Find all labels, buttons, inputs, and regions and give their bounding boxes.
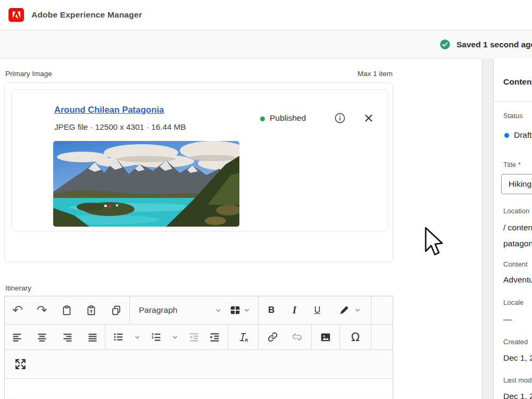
unlink-icon[interactable] [292,331,303,343]
max-items-label: Max 1 item [358,70,393,78]
status-field-label: Status [503,112,523,120]
check-circle-icon [439,39,451,50]
underline-button[interactable]: U [314,305,321,315]
published-status-dot [260,117,265,121]
list-indent-group [105,325,228,350]
paste-icon[interactable] [61,305,72,316]
asset-title-link[interactable]: Around Chilean Patagonia [54,105,164,115]
title-field-label: Title * [503,161,521,169]
panel-divider [494,101,532,102]
chevron-down-icon[interactable] [354,306,361,314]
paragraph-table-group: Paragraph [130,296,259,324]
align-group [5,325,105,350]
clear-format-group [228,325,259,350]
link-icon[interactable] [267,331,278,343]
numbered-list-icon[interactable] [151,331,162,343]
fullscreen-icon[interactable] [14,358,27,371]
tab-content[interactable]: Content [503,77,532,87]
created-field-value: Dec 1, 2 [503,353,532,363]
table-icon[interactable] [229,304,241,316]
history-clipboard-group: ↶ ↷ [5,296,130,324]
paragraph-dropdown[interactable]: Paragraph [139,305,177,315]
italic-button[interactable]: I [293,305,296,316]
outdent-icon[interactable] [188,331,200,343]
chevron-down-icon[interactable] [134,334,141,341]
save-status-text: Saved 1 second ago [456,40,532,49]
title-input[interactable] [501,174,532,194]
required-marker: * [518,161,521,169]
chevron-down-icon[interactable] [171,334,179,341]
location-field-label: Location [503,207,529,215]
clear-formatting-icon[interactable] [237,331,249,343]
indent-icon[interactable] [209,331,220,343]
toolbar-row-2: Ω [5,325,393,350]
primary-image-card: Around Chilean Patagonia JPEG file · 125… [4,82,393,262]
asset-meta: JPEG file · 12500 x 4301 · 16.44 MB [54,122,186,131]
toolbar-spacer [371,325,393,350]
link-group [259,325,312,350]
primary-image-heading: Primary Image [5,70,52,78]
locale-field-label: Locale [503,298,523,306]
location-value-line2: patagonia [503,239,532,248]
paste-as-text-icon[interactable] [86,305,97,316]
image-group [312,325,340,350]
asset-item: Around Chilean Patagonia JPEG file · 125… [11,89,388,231]
created-field-label: Created [503,338,528,346]
rich-text-editor: ↶ ↷ [4,296,393,399]
align-center-icon[interactable] [37,332,47,343]
action-bar: Saved 1 second ago [0,30,532,59]
redo-icon[interactable]: ↷ [37,304,47,317]
chevron-down-icon[interactable] [214,306,222,314]
undo-icon[interactable]: ↶ [12,304,23,317]
bold-button[interactable]: B [268,305,275,315]
image-icon[interactable] [320,331,331,343]
chevron-down-icon[interactable] [243,306,251,314]
align-left-icon[interactable] [12,332,22,343]
bullet-list-icon[interactable] [113,331,124,343]
info-icon[interactable] [334,112,346,124]
align-right-icon[interactable] [62,332,73,343]
published-status-label: Published [270,113,306,123]
itinerary-heading: Itinerary [5,284,31,292]
properties-panel: Content Status Draft Title * Location / … [493,59,532,399]
highlight-pen-icon[interactable] [338,304,361,316]
draft-status-dot [504,133,509,138]
save-status: Saved 1 second ago [439,30,532,59]
special-character-button[interactable]: Ω [351,331,360,344]
modified-field-value: Dec 1, 2 [503,392,532,399]
align-justify-icon[interactable] [87,332,98,343]
content-field-label: Content [503,260,528,268]
mouse-pointer-cursor [423,227,443,259]
editor-text-area[interactable] [5,379,393,398]
asset-thumbnail[interactable] [53,141,239,227]
status-field-value: Draft [514,130,532,140]
copy-icon[interactable] [111,305,122,316]
text-format-group: B I U [259,296,371,324]
panel-gap [481,59,494,399]
modified-field-label: Last modified [503,376,532,384]
content-field-value: Adventure [503,275,532,285]
special-char-group: Ω [340,325,371,350]
aem-window: Adobe Experience Manager Saved 1 second … [0,0,532,399]
adobe-logo-icon[interactable] [9,8,24,22]
close-icon[interactable] [363,112,375,124]
locale-field-value: — [503,314,512,324]
toolbar-spacer [371,296,393,324]
location-value-line1: / content [503,223,532,232]
app-title: Adobe Experience Manager [31,10,142,20]
app-bar: Adobe Experience Manager [0,0,532,30]
toolbar-row-3 [5,350,393,379]
toolbar-row-1: ↶ ↷ [5,296,393,325]
